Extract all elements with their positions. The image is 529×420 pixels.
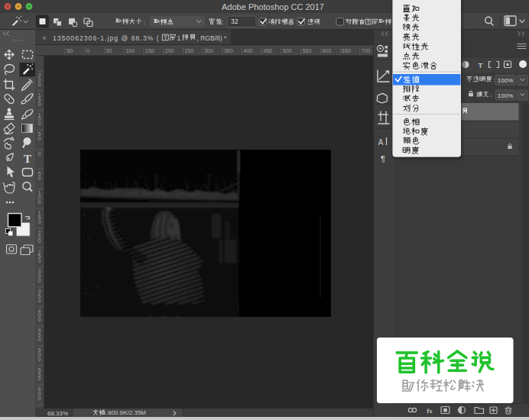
svg-text:¶: ¶ <box>381 154 385 163</box>
svg-text::: : <box>222 18 223 26</box>
svg-text:0: 0 <box>38 102 41 107</box>
svg-text:600: 600 <box>322 48 331 53</box>
svg-text:0: 0 <box>38 199 41 205</box>
svg-text:100%: 100% <box>498 92 513 99</box>
svg-text:0: 0 <box>38 376 41 381</box>
svg-text:550: 550 <box>303 48 312 53</box>
svg-text:T: T <box>24 153 31 165</box>
svg-text:650: 650 <box>342 48 351 53</box>
svg-text:32: 32 <box>231 18 239 25</box>
svg-text:1350062306-1.jpg @ 68.3% (: 1350062306-1.jpg @ 68.3% ( <box>53 34 160 42</box>
svg-text:1: 1 <box>177 34 181 42</box>
svg-text:200: 200 <box>165 48 174 53</box>
svg-text:×: × <box>42 34 47 42</box>
svg-text:fx: fx <box>427 407 433 415</box>
svg-text:0: 0 <box>38 396 41 401</box>
svg-text:50: 50 <box>106 48 112 53</box>
svg-text:0: 0 <box>38 219 41 225</box>
svg-text:0: 0 <box>38 121 41 126</box>
svg-text:50: 50 <box>67 48 73 53</box>
svg-text:0: 0 <box>38 238 41 244</box>
svg-text:100%: 100% <box>498 77 513 84</box>
svg-text:0: 0 <box>38 151 41 157</box>
svg-text:0: 0 <box>38 317 41 322</box>
svg-text:T: T <box>479 61 483 69</box>
svg-text::: : <box>493 76 495 83</box>
svg-text:400: 400 <box>244 48 253 53</box>
svg-text:0: 0 <box>38 136 41 141</box>
svg-text:0: 0 <box>38 82 41 87</box>
svg-text:300: 300 <box>204 48 213 53</box>
svg-text:68.33%: 68.33% <box>47 410 68 417</box>
svg-text:0: 0 <box>38 357 41 362</box>
svg-text:, RGB/8) *: , RGB/8) * <box>197 34 227 42</box>
svg-text:450: 450 <box>263 48 272 53</box>
svg-text:0: 0 <box>38 176 41 181</box>
svg-text:0: 0 <box>38 258 41 263</box>
svg-text:0: 0 <box>38 298 41 303</box>
svg-text::: : <box>144 18 145 26</box>
svg-text:100: 100 <box>125 48 135 53</box>
svg-text:A: A <box>378 138 384 147</box>
svg-text::800.6K/2.35M: :800.6K/2.35M <box>106 409 146 416</box>
svg-text:700: 700 <box>362 48 371 53</box>
svg-text:Adobe Photoshop CC 2017: Adobe Photoshop CC 2017 <box>222 2 324 11</box>
svg-text:0: 0 <box>38 278 41 283</box>
svg-text:500: 500 <box>283 48 292 53</box>
svg-text:350: 350 <box>224 48 233 53</box>
svg-text::: : <box>490 92 492 99</box>
svg-text:0: 0 <box>38 337 41 342</box>
svg-text:150: 150 <box>145 48 154 53</box>
svg-text:250: 250 <box>185 48 194 53</box>
svg-text:0: 0 <box>86 48 89 53</box>
